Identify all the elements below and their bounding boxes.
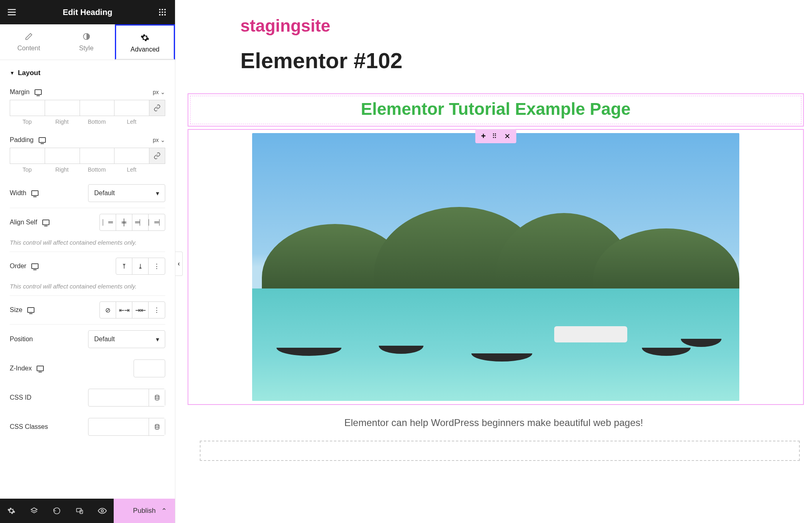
tab-label: Style [79, 45, 94, 52]
desktop-icon[interactable] [39, 137, 46, 143]
link-values-button[interactable] [149, 100, 165, 116]
cssclasses-input[interactable] [88, 418, 165, 436]
align-self-hint: This control will affect contained eleme… [10, 237, 165, 252]
margin-left-input[interactable] [114, 100, 149, 116]
svg-point-10 [162, 14, 163, 16]
desktop-icon[interactable] [35, 89, 42, 95]
settings-icon[interactable] [0, 499, 23, 523]
desktop-icon[interactable] [37, 366, 44, 371]
padding-top-input[interactable] [10, 148, 45, 164]
cssclasses-control: CSS Classes [10, 412, 165, 441]
dynamic-tag-icon[interactable] [149, 389, 165, 406]
chevron-up-icon[interactable]: ⌃ [161, 507, 167, 515]
tab-advanced[interactable]: Advanced [115, 24, 175, 60]
add-widget-icon[interactable]: + [481, 131, 486, 141]
svg-point-13 [155, 395, 159, 397]
chevron-down-icon: ⌄ [160, 137, 165, 143]
width-control: Width Default ▾ [10, 179, 165, 208]
preview-canvas: stagingsite Elementor #102 Elementor Tut… [175, 0, 812, 523]
heading-widget[interactable]: Elementor Tutorial Example Page [190, 96, 801, 124]
navigator-icon[interactable] [23, 499, 45, 523]
drag-handle-icon[interactable]: ⠿ [492, 132, 498, 140]
svg-point-14 [155, 424, 159, 426]
label: Padding [10, 136, 34, 144]
padding-left-input[interactable] [114, 148, 149, 164]
size-shrink-button[interactable]: ⇥⇤ [132, 302, 149, 318]
preview-icon[interactable] [91, 499, 114, 523]
svg-point-9 [159, 14, 161, 16]
image-section[interactable]: + ⠿ ✕ [188, 129, 804, 405]
chevron-left-icon: ‹ [178, 260, 180, 267]
svg-point-8 [164, 11, 166, 13]
caret-down-icon: ▾ [156, 189, 159, 197]
tab-style[interactable]: Style [58, 24, 115, 60]
svg-point-4 [162, 9, 163, 11]
desktop-icon[interactable] [31, 190, 39, 196]
cssid-input[interactable] [88, 389, 165, 407]
panel-header: Edit Heading [0, 0, 175, 24]
zindex-input[interactable] [134, 359, 165, 377]
size-grow-button[interactable]: ⇤⇥ [116, 302, 132, 318]
order-more-button[interactable]: ⋮ [149, 258, 165, 274]
label: Margin [10, 88, 30, 96]
section-layout-toggle[interactable]: ▼ Layout [0, 60, 175, 80]
unit-selector[interactable]: px⌄ [153, 137, 165, 143]
label: Order [10, 263, 26, 270]
chevron-down-icon: ⌄ [160, 89, 165, 95]
history-icon[interactable] [45, 499, 68, 523]
order-first-button[interactable]: ⤒ [116, 258, 132, 274]
label: Z-Index [10, 365, 32, 372]
tab-label: Content [17, 45, 40, 52]
desktop-icon[interactable] [27, 307, 35, 313]
margin-right-input[interactable] [45, 100, 80, 116]
order-last-button[interactable]: ⤓ [132, 258, 149, 274]
unit-selector[interactable]: px⌄ [153, 89, 165, 95]
padding-right-input[interactable] [45, 148, 80, 164]
width-select[interactable]: Default ▾ [88, 184, 165, 202]
svg-point-5 [164, 9, 166, 11]
caret-down-icon: ▼ [10, 70, 15, 76]
align-center-button[interactable]: ╪ [116, 214, 132, 230]
close-icon[interactable]: ✕ [504, 132, 510, 141]
order-hint: This control will affect contained eleme… [10, 280, 165, 296]
image-widget[interactable] [252, 133, 739, 401]
hamburger-menu-icon[interactable] [6, 7, 17, 17]
label: Size [10, 306, 22, 314]
desktop-icon[interactable] [42, 220, 50, 225]
size-more-button[interactable]: ⋮ [149, 302, 165, 318]
size-control: Size ⊘ ⇤⇥ ⇥⇤ ⋮ [10, 296, 165, 325]
heading-section[interactable]: Elementor Tutorial Example Page [188, 93, 804, 127]
contrast-icon [82, 32, 91, 41]
desktop-icon[interactable] [31, 263, 39, 269]
position-select[interactable]: Default ▾ [88, 330, 165, 348]
svg-point-6 [159, 11, 161, 13]
dynamic-tag-icon[interactable] [149, 418, 165, 435]
position-control: Position Default ▾ [10, 325, 165, 354]
label: Width [10, 189, 26, 197]
zindex-control: Z-Index [10, 354, 165, 383]
label: CSS ID [10, 394, 31, 401]
site-title[interactable]: stagingsite [175, 0, 812, 36]
caption-text[interactable]: Elementor can help WordPress beginners m… [175, 417, 812, 428]
section-title: Layout [18, 69, 41, 77]
align-start-button[interactable]: ⎸═ [100, 214, 116, 230]
align-stretch-button[interactable]: ⎸═⎸ [149, 214, 165, 230]
margin-bottom-input[interactable] [80, 100, 114, 116]
widget-handle: + ⠿ ✕ [475, 129, 516, 143]
svg-point-11 [164, 14, 166, 16]
responsive-icon[interactable] [68, 499, 91, 523]
margin-control: Margin px⌄ Top Right Bottom Left [10, 83, 165, 131]
padding-bottom-input[interactable] [80, 148, 114, 164]
publish-button[interactable]: Publish ⌃ [114, 499, 175, 523]
margin-top-input[interactable] [10, 100, 45, 116]
size-none-button[interactable]: ⊘ [100, 302, 116, 318]
tab-content[interactable]: Content [0, 24, 58, 60]
widgets-grid-icon[interactable] [158, 8, 168, 17]
order-control: Order ⤒ ⤓ ⋮ [10, 252, 165, 280]
label: Position [10, 336, 33, 343]
label: CSS Classes [10, 423, 48, 430]
link-values-button[interactable] [149, 148, 165, 164]
align-end-button[interactable]: ═⎸ [132, 214, 149, 230]
add-section-placeholder[interactable] [200, 441, 800, 461]
collapse-panel-button[interactable]: ‹ [175, 252, 183, 276]
